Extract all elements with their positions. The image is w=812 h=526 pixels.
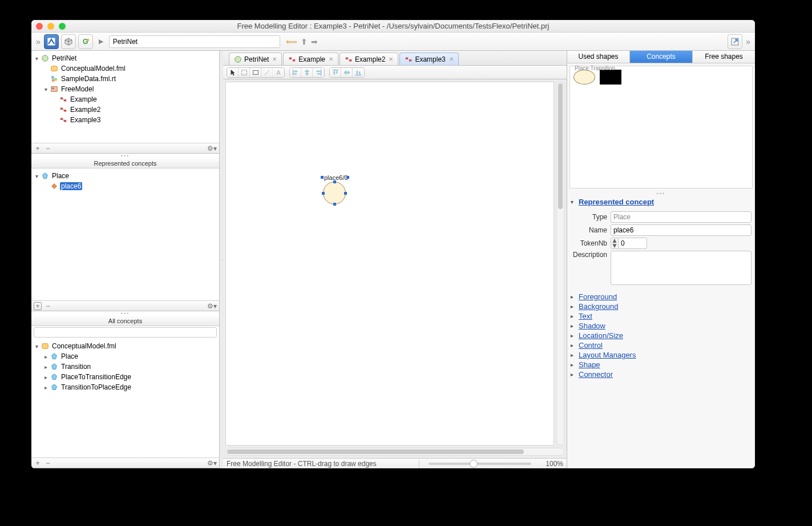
resize-handle[interactable] <box>322 192 325 195</box>
canvas-node-place6[interactable]: place6/0 <box>323 174 347 204</box>
stepper-buttons[interactable]: ▲▼ <box>611 238 619 249</box>
section-text[interactable]: ▸Text <box>571 312 752 320</box>
align-left-button[interactable] <box>290 68 301 77</box>
tree-row-selected[interactable]: place6 <box>31 181 219 191</box>
close-window-button[interactable] <box>36 23 43 30</box>
toolbar-external-button[interactable] <box>728 34 742 49</box>
all-concepts-tree[interactable]: ▾ConceptualModel.fml ▸Place ▸Transition … <box>31 339 219 395</box>
section-shadow[interactable]: ▸Shadow <box>571 322 752 330</box>
nav-back-button[interactable]: ⟸ <box>286 37 297 46</box>
resize-handle[interactable] <box>344 192 347 195</box>
tab-used-shapes[interactable]: Used shapes <box>567 51 630 63</box>
disclosure-icon[interactable]: ▾ <box>34 173 39 179</box>
perspective-gina-button[interactable]: G <box>78 34 93 49</box>
tree-row[interactable]: ▸Place <box>31 351 219 362</box>
text-tool[interactable]: A <box>273 68 284 77</box>
section-link[interactable]: Control <box>579 341 603 350</box>
section-location-size[interactable]: ▸Location/Size <box>571 331 752 340</box>
tree-row[interactable]: ▸TransitionToPlaceEdge <box>31 382 219 392</box>
section-link[interactable]: Connector <box>579 370 613 379</box>
tree-row[interactable]: Example2 <box>31 105 219 115</box>
toolbar-expand-right-icon[interactable]: » <box>745 37 752 46</box>
line-tool[interactable] <box>261 68 273 77</box>
pointer-tool[interactable] <box>227 68 239 77</box>
tab-concepts[interactable]: Concepts <box>630 51 693 63</box>
drag-handle[interactable]: ••• <box>31 154 219 158</box>
marquee-tool[interactable] <box>239 68 250 77</box>
represented-concepts-tree[interactable]: ▾Place place6 <box>31 168 219 194</box>
resize-handle[interactable] <box>333 203 336 206</box>
tree-row[interactable]: ▾Place <box>31 171 219 181</box>
section-connector[interactable]: ▸Connector <box>571 370 752 379</box>
section-link[interactable]: Layout Managers <box>579 351 636 359</box>
section-link[interactable]: Shape <box>579 360 600 369</box>
vertical-scrollbar[interactable] <box>556 82 564 445</box>
align-bottom-button[interactable] <box>353 68 364 77</box>
close-icon[interactable]: ✕ <box>449 56 454 62</box>
tree-row[interactable]: SampleData.fml.rt <box>31 74 219 84</box>
name-field[interactable] <box>611 224 752 236</box>
palette-place-shape[interactable] <box>573 70 595 85</box>
remove-button[interactable]: − <box>44 459 52 467</box>
minimize-window-button[interactable] <box>47 23 54 30</box>
scrollbar-thumb[interactable] <box>227 449 524 454</box>
zoom-window-button[interactable] <box>59 23 66 30</box>
drag-handle[interactable]: ••• <box>31 311 219 316</box>
disclosure-icon[interactable]: ▾ <box>34 343 39 350</box>
tab-example[interactable]: Example✕ <box>283 53 338 65</box>
tree-row[interactable]: ▸Transition <box>31 362 219 372</box>
tab-petrinet[interactable]: PetriNet✕ <box>229 53 282 65</box>
align-middle-button[interactable] <box>341 68 353 77</box>
slider-knob[interactable] <box>470 460 478 468</box>
perspective-3d-button[interactable] <box>61 34 76 49</box>
disclosure-icon[interactable]: ▸ <box>43 384 49 391</box>
section-link[interactable]: Location/Size <box>579 331 623 340</box>
zoom-slider[interactable] <box>429 463 531 465</box>
section-link[interactable]: Text <box>579 312 592 320</box>
diagram-canvas[interactable]: place6/0 <box>225 82 554 445</box>
tree-row[interactable]: ▾FreeModel <box>31 84 219 94</box>
nav-forward-button[interactable]: ➡ <box>311 37 318 46</box>
tree-row-root[interactable]: ▾ PetriNet <box>31 53 219 63</box>
section-represented-concept[interactable]: ▾Represented concept <box>571 198 752 206</box>
tree-row[interactable]: ▸PlaceToTransitionEdge <box>31 372 219 382</box>
gear-icon[interactable]: ⚙︎▾ <box>207 144 217 152</box>
close-icon[interactable]: ✕ <box>389 56 393 62</box>
disclosure-icon[interactable]: ▾ <box>34 55 39 62</box>
align-center-button[interactable] <box>301 68 313 77</box>
tree-row[interactable]: ConceptualModel.fml <box>31 63 219 74</box>
project-tree[interactable]: ▾ PetriNet ConceptualModel.fml SampleDat… <box>31 51 219 127</box>
remove-button[interactable]: − <box>44 144 52 152</box>
palette-transition-shape[interactable] <box>600 70 621 85</box>
tab-example2[interactable]: Example2✕ <box>340 53 398 65</box>
toolbar-expand-left-icon[interactable]: » <box>35 37 42 46</box>
label-handle[interactable] <box>321 176 324 179</box>
disclosure-icon[interactable]: ▸ <box>43 354 49 360</box>
align-top-button[interactable] <box>330 68 341 77</box>
align-right-button[interactable] <box>313 68 324 77</box>
concepts-search-input[interactable] <box>34 327 217 338</box>
tree-row[interactable]: Example <box>31 94 219 105</box>
horizontal-scrollbar[interactable] <box>225 448 564 456</box>
token-field[interactable] <box>619 238 647 249</box>
resize-handle[interactable] <box>333 180 336 183</box>
section-link[interactable]: Represented concept <box>579 198 654 206</box>
nav-up-button[interactable]: ⬆ <box>301 37 308 46</box>
token-stepper[interactable]: ▲▼ <box>611 238 647 249</box>
gear-icon[interactable]: ⚙︎▾ <box>207 302 217 310</box>
scrollbar-thumb[interactable] <box>558 83 563 209</box>
add-button[interactable]: + <box>34 459 42 467</box>
close-icon[interactable]: ✕ <box>272 56 277 62</box>
section-link[interactable]: Background <box>579 302 618 311</box>
disclosure-icon[interactable]: ▾ <box>43 86 49 93</box>
section-layout-managers[interactable]: ▸Layout Managers <box>571 351 752 359</box>
section-link[interactable]: Shadow <box>579 322 605 330</box>
label-handle[interactable] <box>346 176 349 179</box>
tab-free-shapes[interactable]: Free shapes <box>693 51 755 63</box>
remove-button[interactable]: − <box>44 302 52 310</box>
tree-row[interactable]: ▾ConceptualModel.fml <box>31 341 219 351</box>
section-shape[interactable]: ▸Shape <box>571 360 752 369</box>
add-button[interactable]: + <box>34 302 42 310</box>
section-control[interactable]: ▸Control <box>571 341 752 350</box>
section-foreground[interactable]: ▸Foreground <box>571 292 752 301</box>
